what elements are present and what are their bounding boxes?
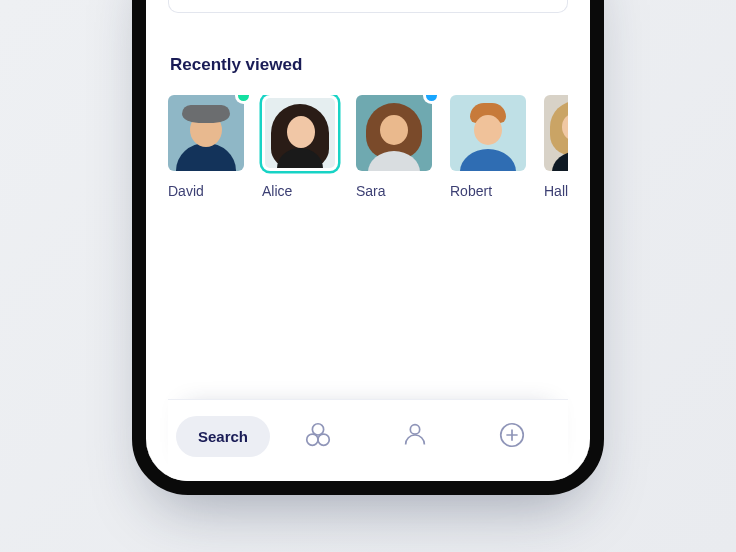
- tab-profile[interactable]: [367, 420, 464, 454]
- svg-point-2: [318, 434, 329, 445]
- person-name: Robert: [450, 183, 526, 199]
- avatar: [168, 95, 244, 171]
- tab-search-label: Search: [176, 416, 270, 457]
- plus-icon: [497, 420, 527, 454]
- person-name: Halle: [544, 183, 568, 199]
- avatar: [262, 95, 338, 171]
- person-name: Sara: [356, 183, 432, 199]
- person-name: Alice: [262, 183, 338, 199]
- person-card-david[interactable]: David: [168, 95, 244, 199]
- avatar: [544, 95, 568, 171]
- filter-card: By office: [168, 0, 568, 13]
- recently-viewed-strip[interactable]: David Alice: [168, 95, 568, 199]
- phone-frame: By office Recently viewed: [132, 0, 604, 495]
- status-dot-online: [238, 95, 249, 101]
- person-name: David: [168, 183, 244, 199]
- svg-point-1: [307, 434, 318, 445]
- avatar: [450, 95, 526, 171]
- person-icon: [400, 420, 430, 454]
- recently-viewed-title: Recently viewed: [170, 55, 568, 75]
- person-card-robert[interactable]: Robert: [450, 95, 526, 199]
- status-dot-away: [426, 95, 437, 101]
- person-card-halle[interactable]: Halle: [544, 95, 568, 199]
- avatar: [356, 95, 432, 171]
- svg-point-0: [313, 423, 324, 434]
- tab-add[interactable]: [463, 420, 560, 454]
- filter-by-office-row[interactable]: By office: [169, 0, 567, 12]
- circles-icon: [303, 420, 333, 454]
- screen: By office Recently viewed: [146, 0, 590, 481]
- tab-groups[interactable]: [270, 420, 367, 454]
- person-card-alice[interactable]: Alice: [262, 95, 338, 199]
- tab-search[interactable]: Search: [176, 416, 270, 457]
- person-card-sara[interactable]: Sara: [356, 95, 432, 199]
- svg-point-3: [410, 424, 419, 433]
